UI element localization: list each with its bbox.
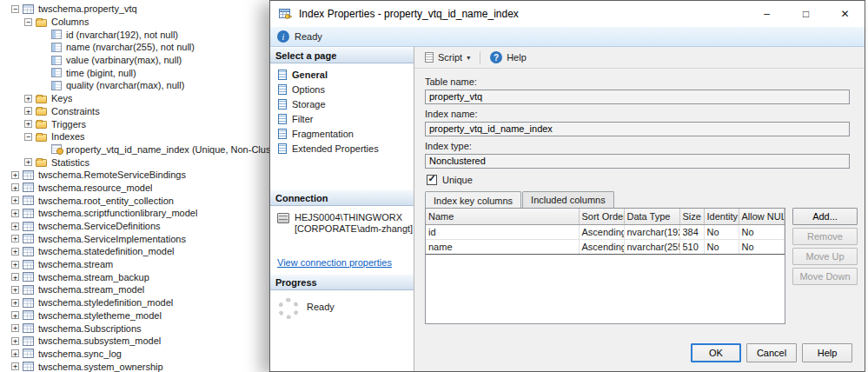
dialog-button[interactable]: Cancel	[746, 343, 797, 362]
tree-item[interactable]: Triggers	[0, 117, 313, 130]
view-connection-properties-link[interactable]: View connection properties	[277, 257, 392, 268]
tree-expander-icon[interactable]	[11, 337, 19, 345]
tree-item[interactable]: twschema.Subscriptions	[0, 322, 313, 335]
grid-action-button[interactable]: Move Down	[792, 268, 858, 285]
grid-action-button[interactable]: Move Up	[792, 248, 858, 265]
dialog-titlebar[interactable]: Index Properties - property_vtq_id_name_…	[270, 1, 865, 27]
maximize-icon[interactable]: □	[786, 1, 825, 27]
cell-size[interactable]: 510	[679, 239, 704, 254]
tree-expander-icon[interactable]	[11, 235, 19, 242]
tree-item[interactable]: twschema.system_ownership	[0, 360, 313, 372]
grid-action-button[interactable]: Remove	[792, 228, 858, 245]
tree-item[interactable]: property_vtq_id_name_index (Unique, Non-…	[0, 143, 313, 156]
tree-item[interactable]: twschema.stream_model	[0, 283, 313, 296]
cell-identity[interactable]: No	[704, 239, 739, 254]
tree-item[interactable]: twschema.ServiceImplementations	[0, 232, 313, 245]
page-item[interactable]: Fragmentation	[270, 126, 414, 141]
tree-item[interactable]: twschema.RemoteServiceBindings	[0, 169, 313, 182]
tree-expander-icon[interactable]	[11, 311, 19, 319]
dropdown-caret-icon[interactable]: ▾	[467, 54, 470, 62]
grid-row[interactable]: id Ascending nvarchar(192) 384 No No	[426, 224, 785, 239]
tree-item[interactable]: twschema.styledefinition_model	[0, 296, 313, 309]
cell-sort-order[interactable]: Ascending	[579, 239, 624, 254]
grid-column-header[interactable]: Name	[426, 209, 579, 224]
tree-item-icon	[23, 323, 34, 333]
help-button[interactable]: ? Help	[486, 50, 531, 65]
tree-item[interactable]: id (nvarchar(192), not null)	[0, 28, 313, 41]
tree-item[interactable]: twschema.subsystem_model	[0, 335, 313, 348]
tree-item[interactable]: Columns	[0, 16, 313, 29]
cell-allow-nulls[interactable]: No	[739, 224, 785, 239]
tree-expander-icon[interactable]	[11, 248, 19, 256]
tree-item[interactable]: twschema.resource_model	[0, 182, 313, 195]
tab[interactable]: Index key columns	[425, 191, 521, 208]
page-item[interactable]: General	[270, 67, 414, 82]
tree-item[interactable]: twschema.styletheme_model	[0, 309, 313, 322]
tree-expander-icon[interactable]	[24, 120, 32, 128]
tree-item[interactable]: time (bigint, null)	[0, 66, 313, 79]
tree-item[interactable]: twschema.sync_log	[0, 348, 313, 361]
grid-column-header[interactable]: Data Type	[624, 209, 679, 224]
tree-item[interactable]: value (varbinary(max), null)	[0, 54, 313, 67]
tree-expander-icon[interactable]	[11, 349, 19, 357]
unique-checkbox[interactable]: Unique	[427, 173, 865, 186]
cell-size[interactable]: 384	[679, 224, 704, 239]
tree-item-icon	[23, 247, 34, 256]
tree-expander-icon[interactable]	[11, 362, 19, 370]
cell-name[interactable]: name	[426, 239, 579, 254]
page-item[interactable]: Filter	[270, 111, 414, 126]
tree-expander-icon[interactable]	[24, 95, 32, 103]
tree-expander-icon[interactable]	[11, 273, 19, 281]
tree-item[interactable]: twschema.stream	[0, 258, 313, 271]
tree-item[interactable]: twschema.ServiceDefinitions	[0, 220, 313, 233]
tree-expander-icon[interactable]	[24, 18, 32, 26]
dialog-button[interactable]: Help	[802, 343, 852, 362]
tree-item[interactable]: quality (nvarchar(max), null)	[0, 79, 313, 92]
tree-expander-icon[interactable]	[24, 133, 32, 141]
tree-item[interactable]: Indexes	[0, 130, 313, 143]
tree-item[interactable]: Keys	[0, 92, 313, 105]
checkbox-icon[interactable]	[427, 175, 437, 185]
cell-data-type[interactable]: nvarchar(192)	[624, 224, 679, 239]
page-item[interactable]: Storage	[270, 96, 414, 111]
script-button[interactable]: Script ▾	[421, 50, 474, 64]
tree-expander-icon[interactable]	[11, 324, 19, 332]
tree-expander-icon[interactable]	[11, 5, 19, 13]
tree-item[interactable]: Constraints	[0, 105, 313, 118]
tree-item[interactable]: twschema.statedefinition_model	[0, 245, 313, 258]
tree-item[interactable]: twschema.stream_backup	[0, 270, 313, 283]
tree-item[interactable]: name (nvarchar(255), not null)	[0, 41, 313, 54]
tree-expander-icon[interactable]	[11, 209, 19, 217]
dialog-toolbar: Script ▾ ? Help	[414, 47, 865, 69]
tree-expander-icon[interactable]	[11, 261, 19, 269]
grid-column-header[interactable]: Size	[679, 209, 704, 224]
tree-expander-icon[interactable]	[24, 107, 32, 115]
tree-item[interactable]: twschema.root_entity_collection	[0, 194, 313, 207]
page-item[interactable]: Options	[270, 82, 414, 96]
tree-expander-icon[interactable]	[11, 183, 19, 191]
cell-data-type[interactable]: nvarchar(255)	[624, 239, 679, 254]
close-icon[interactable]: ✕	[825, 1, 865, 27]
tree-expander-icon[interactable]	[24, 158, 32, 166]
grid-row[interactable]: name Ascending nvarchar(255) 510 No No	[426, 239, 785, 254]
cell-identity[interactable]: No	[704, 224, 739, 239]
tab[interactable]: Included columns	[522, 191, 614, 208]
dialog-button[interactable]: OK	[691, 343, 741, 362]
tree-expander-icon[interactable]	[11, 223, 19, 230]
tree-item[interactable]: twschema.property_vtq	[0, 3, 313, 16]
minimize-icon[interactable]: –	[747, 1, 786, 27]
grid-action-button[interactable]: Add...	[792, 208, 858, 225]
cell-allow-nulls[interactable]: No	[739, 239, 785, 254]
page-item[interactable]: Extended Properties	[270, 141, 414, 156]
tree-expander-icon[interactable]	[11, 171, 19, 179]
grid-column-header[interactable]: Sort Order	[579, 209, 624, 224]
tree-item[interactable]: twschema.scriptfunctionlibrary_model	[0, 207, 313, 220]
grid-column-header[interactable]: Allow NULLs	[739, 209, 785, 224]
tree-expander-icon[interactable]	[11, 196, 19, 204]
tree-expander-icon[interactable]	[11, 286, 19, 294]
tree-item[interactable]: Statistics	[0, 156, 313, 169]
cell-name[interactable]: id	[426, 224, 579, 239]
grid-column-header[interactable]: Identity	[704, 209, 739, 224]
tree-expander-icon[interactable]	[11, 299, 19, 307]
cell-sort-order[interactable]: Ascending	[579, 224, 624, 239]
